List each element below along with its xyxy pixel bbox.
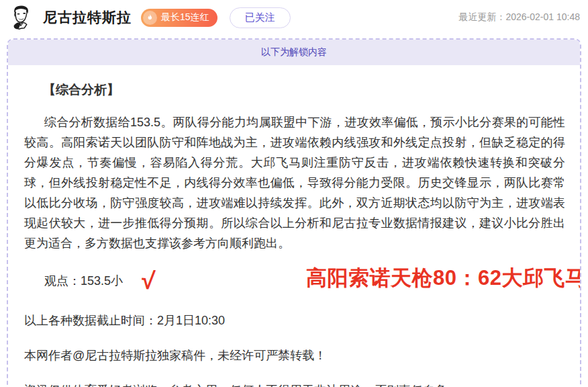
author-avatar[interactable] — [7, 3, 35, 32]
author-name: 尼古拉特斯拉 — [43, 8, 132, 27]
streak-badge-label: 最长15连红 — [161, 11, 209, 24]
unlocked-content-box: 以下为解锁内容 【综合分析】 综合分析数据给153.5。两队得分能力均属联盟中下… — [7, 38, 581, 387]
section-title: 【综合分析】 — [43, 81, 565, 99]
flame-icon — [143, 11, 157, 25]
analysis-paragraph: 综合分析数据给153.5。两队得分能力均属联盟中下游，进攻效率偏低，预示小比分赛… — [24, 112, 565, 253]
data-cutoff-line: 以上各种数据截止时间：2月1日10:30 — [24, 311, 565, 330]
final-score-annotation: 高阳索诺天枪80：62大邱飞马 — [306, 264, 581, 292]
red-checkmark-icon: √ — [141, 268, 156, 293]
copyright-line: 本网作者@尼古拉特斯拉独家稿件，未经许可严禁转载！ — [24, 346, 565, 365]
last-update-time: 最近更新：2026-02-01 10:48 — [458, 11, 581, 24]
followed-button[interactable]: 已关注 — [230, 7, 291, 28]
disclaimer-line: 资讯仅供体育爱好者浏览、参考之用。任何人不得用于非法用途，否则责任自负。 — [24, 381, 565, 387]
unlock-banner: 以下为解锁内容 — [8, 40, 580, 65]
viewpoint-row: 观点：153.5小 √ 高阳索诺天枪80：62大邱飞马 — [24, 267, 565, 295]
author-header-bar: 尼古拉特斯拉 最长15连红 已关注 最近更新：2026-02-01 10:48 — [0, 0, 588, 35]
viewpoint-text: 观点：153.5小 — [44, 273, 123, 289]
portrait-sketch-icon — [7, 3, 35, 32]
analysis-article: 【综合分析】 综合分析数据给153.5。两队得分能力均属联盟中下游，进攻效率偏低… — [8, 65, 580, 387]
streak-badge: 最长15连红 — [141, 9, 217, 27]
